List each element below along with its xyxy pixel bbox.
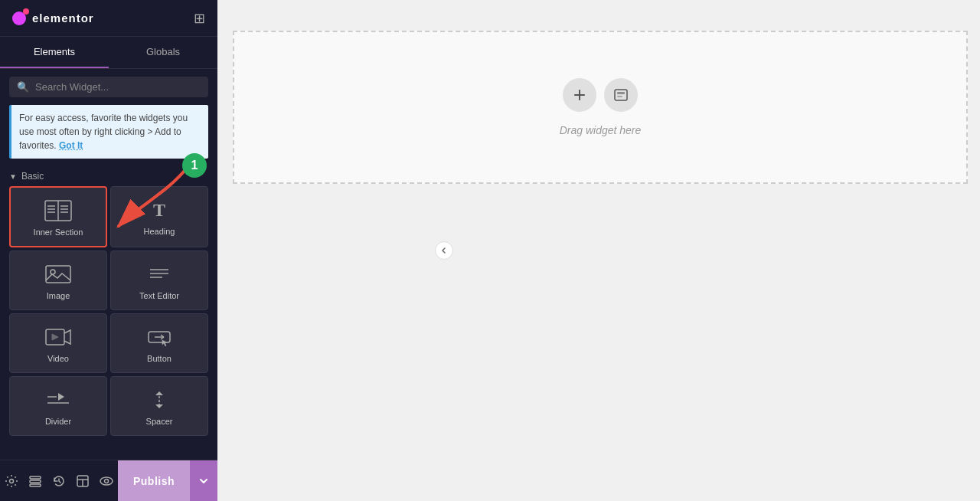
tab-elements[interactable]: Elements: [0, 37, 109, 68]
widget-label-image: Image: [47, 291, 70, 300]
widget-label-button: Button: [147, 354, 172, 363]
widget-divider[interactable]: Divider: [9, 376, 107, 436]
widget-label-inner-section: Inner Section: [34, 228, 83, 237]
widget-spacer[interactable]: Spacer: [110, 376, 208, 436]
svg-point-34: [100, 477, 113, 485]
divider-icon: [44, 389, 72, 411]
drag-hint: Drag widget here: [560, 124, 642, 136]
svg-text:T: T: [153, 200, 165, 220]
inner-section-icon: [44, 200, 72, 221]
search-area: 🔍: [0, 69, 217, 105]
tab-globals[interactable]: Globals: [109, 37, 217, 68]
info-box: For easy access, favorite the widgets yo…: [9, 105, 208, 159]
svg-marker-15: [52, 334, 58, 340]
widget-text-editor[interactable]: Text Editor: [110, 250, 208, 310]
template-icon[interactable]: [70, 460, 94, 502]
basic-section-label[interactable]: ▼ Basic: [9, 165, 208, 186]
image-icon: [44, 264, 72, 285]
svg-marker-26: [155, 404, 163, 408]
sidebar-header: elementor ⊞: [0, 0, 217, 37]
search-icon: 🔍: [17, 81, 29, 93]
info-text: For easy access, favorite the widgets yo…: [19, 113, 188, 151]
svg-rect-28: [30, 476, 41, 479]
widget-label-video: Video: [47, 354, 69, 363]
svg-rect-39: [615, 90, 627, 100]
svg-rect-41: [617, 96, 622, 97]
section-title: Basic: [21, 171, 44, 182]
svg-point-10: [51, 270, 55, 274]
svg-marker-20: [162, 340, 167, 346]
canvas-actions: [563, 78, 638, 112]
collapse-sidebar-button[interactable]: [435, 241, 453, 260]
main-canvas: Drag widget here: [217, 0, 980, 501]
svg-rect-29: [30, 480, 41, 483]
svg-rect-30: [30, 484, 41, 486]
sidebar: elementor ⊞ Elements Globals 🔍 For easy …: [0, 0, 217, 501]
logo-area: elementor: [12, 11, 94, 25]
svg-rect-9: [46, 266, 70, 283]
widget-label-divider: Divider: [45, 417, 71, 426]
tabs-container: Elements Globals: [0, 37, 217, 69]
template-library-button[interactable]: [604, 78, 638, 112]
logo-dot: [12, 11, 26, 25]
publish-button[interactable]: Publish: [118, 460, 190, 502]
search-input[interactable]: [35, 81, 201, 93]
got-it-link[interactable]: Got It: [59, 140, 83, 151]
widget-button[interactable]: Button: [110, 313, 208, 373]
bottom-icons: [0, 460, 118, 502]
button-icon: [145, 326, 173, 348]
widget-image[interactable]: Image: [9, 250, 107, 310]
step-badge: 1: [182, 153, 207, 178]
widget-video[interactable]: Video: [9, 313, 107, 373]
canvas-frame: Drag widget here: [233, 31, 968, 184]
app-title: elementor: [32, 11, 94, 25]
svg-marker-22: [58, 393, 64, 401]
video-icon: [44, 326, 72, 348]
widget-label-heading: Heading: [144, 227, 175, 236]
step-number: 1: [191, 159, 198, 172]
text-editor-icon: [145, 264, 173, 285]
widget-heading[interactable]: T Heading: [110, 186, 208, 247]
svg-point-35: [104, 479, 108, 483]
spacer-icon: [145, 389, 173, 411]
widget-label-text-editor: Text Editor: [139, 291, 179, 300]
widget-label-spacer: Spacer: [146, 417, 173, 426]
layers-icon[interactable]: [24, 460, 47, 502]
widget-grid: Inner Section T Heading: [9, 186, 208, 436]
svg-point-27: [10, 479, 14, 483]
history-icon[interactable]: [47, 460, 71, 502]
preview-icon[interactable]: [94, 460, 118, 502]
svg-marker-25: [155, 391, 163, 395]
svg-rect-40: [617, 92, 625, 94]
settings-icon[interactable]: [0, 460, 24, 502]
grid-icon[interactable]: ⊞: [194, 10, 205, 27]
add-section-button[interactable]: [563, 78, 596, 112]
publish-expand-button[interactable]: [190, 460, 217, 502]
widget-inner-section[interactable]: Inner Section: [9, 186, 107, 247]
sidebar-bottom: Publish: [0, 460, 217, 501]
chevron-down-icon: ▼: [9, 172, 17, 181]
widgets-area: ▼ Basic Inner Se: [0, 165, 217, 460]
search-box: 🔍: [9, 77, 208, 97]
heading-icon: T: [145, 199, 173, 221]
